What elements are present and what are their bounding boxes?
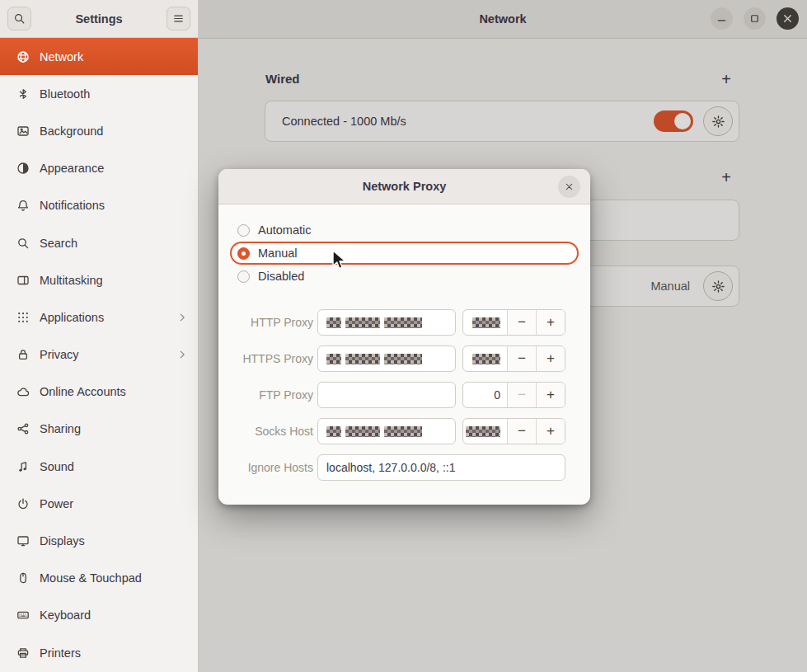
search-button[interactable] [7, 7, 31, 31]
sidebar-item-search[interactable]: Search [0, 224, 198, 261]
http-proxy-input[interactable] [317, 309, 456, 336]
sidebar-item-label: Background [40, 125, 103, 138]
lock-icon [16, 348, 30, 361]
proxy-option-label: Manual [258, 247, 298, 260]
increment-button[interactable]: + [536, 310, 565, 335]
sidebar-item-background[interactable]: Background [0, 112, 198, 149]
sidebar-item-sharing[interactable]: Sharing [0, 411, 198, 448]
cloud-icon [16, 385, 30, 398]
sidebar-item-label: Bluetooth [40, 87, 90, 101]
redacted-text [326, 426, 341, 437]
radio-unchecked-icon [237, 270, 250, 283]
sidebar-item-bluetooth[interactable]: Bluetooth [0, 75, 198, 112]
appearance-icon [16, 162, 30, 175]
sidebar-item-label: Sound [40, 460, 74, 473]
sidebar-item-network[interactable]: Network [0, 38, 198, 75]
ignore-hosts-input[interactable]: localhost, 127.0.0.0/8, ::1 [317, 454, 565, 481]
http-proxy-port-spinner[interactable]: −+ [462, 309, 565, 336]
decrement-button[interactable]: − [507, 419, 536, 444]
sidebar-item-notifications[interactable]: Notifications [0, 187, 198, 224]
increment-button[interactable]: + [536, 383, 565, 407]
globe-icon [16, 50, 30, 63]
sidebar-list: NetworkBluetoothBackgroundAppearanceNoti… [0, 38, 198, 672]
sidebar-item-applications[interactable]: Applications [0, 298, 198, 336]
increment-button[interactable]: + [536, 419, 565, 444]
sidebar-item-label: Appearance [40, 162, 104, 175]
spinner-value [463, 310, 507, 335]
spinner-value: 0 [463, 383, 507, 407]
decrement-button[interactable]: − [507, 310, 536, 335]
sidebar-item-label: Notifications [40, 199, 105, 212]
sidebar-item-appearance[interactable]: Appearance [0, 150, 198, 187]
proxy-option-label: Automatic [258, 223, 311, 237]
socks-host-port-spinner[interactable]: −+ [462, 418, 565, 444]
ftp-proxy-port-spinner[interactable]: 0−+ [462, 382, 565, 408]
proxy-field-socks-host: Socks Host−+ [230, 418, 579, 444]
ftp-proxy-label: FTP Proxy [230, 388, 313, 402]
socks-host-input[interactable] [317, 418, 456, 444]
search-icon [16, 237, 30, 250]
background-icon [16, 125, 30, 138]
proxy-option-disabled[interactable]: Disabled [230, 265, 579, 288]
sidebar-item-label: Privacy [40, 348, 79, 361]
settings-title: Settings [31, 12, 167, 26]
dialog-headerbar: Network Proxy [218, 169, 590, 204]
sidebar-item-label: Mouse & Touchpad [40, 571, 142, 585]
chevron-right-icon [176, 312, 188, 323]
https-proxy-port-spinner[interactable]: −+ [462, 345, 565, 372]
sidebar-item-mouse-touchpad[interactable]: Mouse & Touchpad [0, 560, 198, 597]
increment-button[interactable]: + [536, 346, 565, 371]
sidebar-item-label: Displays [40, 534, 85, 547]
sidebar-item-label: Multitasking [40, 274, 103, 287]
hamburger-menu-icon [172, 12, 185, 25]
decrement-button[interactable]: − [507, 346, 536, 371]
proxy-option-manual[interactable]: Manual [230, 242, 579, 265]
power-icon [16, 497, 30, 510]
redacted-text [345, 317, 380, 328]
redacted-text [345, 426, 380, 437]
sound-icon [16, 460, 30, 473]
close-icon [564, 181, 575, 192]
decrement-button[interactable]: − [507, 383, 536, 407]
keyboard-icon [16, 609, 30, 622]
proxy-mode-options: AutomaticManualDisabled [230, 219, 579, 288]
menu-button[interactable] [167, 7, 190, 31]
search-icon [13, 12, 26, 25]
sidebar-item-multitasking[interactable]: Multitasking [0, 261, 198, 298]
sidebar-item-keyboard[interactable]: Keyboard [0, 597, 198, 634]
sidebar-item-label: Printers [40, 646, 81, 660]
sidebar: Settings NetworkBluetoothBackgroundAppea… [0, 0, 199, 672]
redacted-text [472, 317, 500, 328]
http-proxy-label: HTTP Proxy [230, 316, 313, 329]
sidebar-item-label: Sharing [40, 422, 81, 435]
socks-host-label: Socks Host [230, 425, 313, 438]
mouse-icon [16, 571, 30, 585]
sidebar-item-privacy[interactable]: Privacy [0, 336, 198, 374]
sidebar-headerbar: Settings [0, 0, 198, 38]
dialog-close-button[interactable] [558, 176, 580, 198]
proxy-option-automatic[interactable]: Automatic [230, 219, 579, 242]
https-proxy-input[interactable] [317, 345, 456, 372]
printer-icon [16, 646, 30, 660]
ftp-proxy-input[interactable] [317, 382, 456, 408]
dialog-title: Network Proxy [363, 180, 447, 193]
sidebar-item-power[interactable]: Power [0, 485, 198, 522]
redacted-text [384, 426, 422, 437]
spinner-value [463, 346, 507, 371]
redacted-text [384, 317, 422, 328]
spinner-value [463, 419, 507, 444]
proxy-field-https-proxy: HTTPS Proxy−+ [230, 345, 579, 372]
sidebar-item-online-accounts[interactable]: Online Accounts [0, 374, 198, 411]
input-value: localhost, 127.0.0.0/8, ::1 [326, 461, 455, 474]
sidebar-item-label: Online Accounts [40, 385, 126, 398]
dialog-body: AutomaticManualDisabled HTTP Proxy−+HTTP… [218, 204, 590, 505]
proxy-field-http-proxy: HTTP Proxy−+ [230, 309, 579, 336]
sidebar-item-printers[interactable]: Printers [0, 634, 198, 671]
display-icon [16, 534, 30, 547]
ignore-hosts-label: Ignore Hosts [230, 461, 313, 474]
redacted-text [472, 354, 500, 364]
sidebar-item-sound[interactable]: Sound [0, 448, 198, 485]
proxy-fields: HTTP Proxy−+HTTPS Proxy−+FTP Proxy0−+Soc… [230, 309, 579, 491]
proxy-option-label: Disabled [258, 270, 304, 283]
sidebar-item-displays[interactable]: Displays [0, 522, 198, 559]
